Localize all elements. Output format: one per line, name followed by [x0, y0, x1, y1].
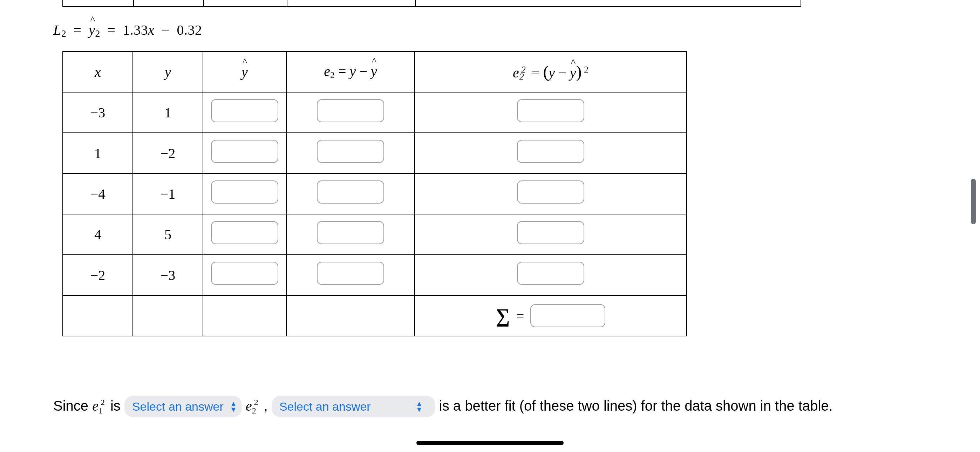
- table-row: 1 −2: [63, 133, 687, 173]
- eq-L-sub: 2: [61, 28, 67, 39]
- e2sq-input[interactable]: [517, 262, 584, 285]
- chevron-updown-icon: ▴▾: [231, 401, 235, 412]
- scrollbar[interactable]: [971, 179, 976, 224]
- eq-eq1: =: [70, 22, 85, 38]
- e2sq-input[interactable]: [517, 221, 584, 244]
- yhat-input[interactable]: [211, 99, 278, 122]
- text: ,: [264, 398, 272, 414]
- comparison-select[interactable]: Select an answer ▴▾: [124, 396, 242, 417]
- col-y: y: [165, 64, 171, 80]
- line-2-equation: L2 = y2 = 1.33x − 0.32: [53, 22, 202, 39]
- eq-L: L: [53, 22, 61, 38]
- sum-input[interactable]: [530, 304, 605, 327]
- eq-minus: −: [158, 22, 173, 38]
- cell-x: −2: [63, 255, 133, 295]
- yhat-input[interactable]: [211, 180, 278, 204]
- sum-row: ∑ =: [63, 295, 687, 336]
- yhat-input[interactable]: [211, 140, 278, 163]
- chevron-updown-icon: ▴▾: [417, 401, 421, 412]
- col-e2: e2 = y − y: [286, 51, 415, 92]
- cell-x: 1: [63, 133, 133, 173]
- eq-intercept: 0.32: [177, 22, 202, 38]
- table-row: −4 −1: [63, 173, 687, 214]
- e2-input[interactable]: [317, 221, 384, 244]
- better-fit-select[interactable]: Select an answer ▴▾: [272, 396, 435, 417]
- text: is: [110, 398, 124, 414]
- sigma-eq: =: [516, 308, 524, 324]
- cell-y: 1: [133, 92, 203, 133]
- e2sq-symbol: e22: [246, 398, 264, 414]
- e2sq-input[interactable]: [517, 99, 584, 122]
- previous-table-bottom-edge: [62, 0, 801, 7]
- eq-yhat: y: [89, 22, 95, 38]
- text: is a better fit (of these two lines) for…: [439, 398, 833, 414]
- table-row: −3 1: [63, 92, 687, 133]
- e2sq-input[interactable]: [517, 140, 584, 163]
- col-e2sq: e22 = (y − y) 2: [415, 51, 687, 92]
- home-indicator: [417, 441, 563, 445]
- conclusion-sentence: Since e21 is Select an answer ▴▾ e22 , S…: [53, 395, 894, 417]
- cell-y: −1: [133, 173, 203, 214]
- col-x: x: [95, 64, 101, 80]
- eq-eq2: =: [104, 22, 119, 38]
- cell-y: −2: [133, 133, 203, 173]
- e2sq-input[interactable]: [517, 180, 584, 204]
- cell-x: −4: [63, 173, 133, 214]
- e2-input[interactable]: [317, 262, 384, 285]
- eq-slope: 1.33: [123, 22, 148, 38]
- cell-y: −3: [133, 255, 203, 295]
- e2-input[interactable]: [317, 140, 384, 163]
- cell-x: −3: [63, 92, 133, 133]
- e2-input[interactable]: [317, 99, 384, 122]
- table-row: −2 −3: [63, 255, 687, 295]
- yhat-input[interactable]: [211, 221, 278, 244]
- e2-input[interactable]: [317, 180, 384, 204]
- cell-x: 4: [63, 214, 133, 255]
- residuals-table: x y y e2 = y − y e22 = (y − y) 2 −3 1 1 …: [62, 51, 687, 336]
- col-yhat: y: [242, 64, 248, 80]
- eq-yhat-sub: 2: [95, 28, 100, 39]
- table-header-row: x y y e2 = y − y e22 = (y − y) 2: [63, 51, 687, 92]
- e1sq-symbol: e21: [92, 398, 110, 414]
- eq-x: x: [148, 22, 154, 38]
- table-row: 4 5: [63, 214, 687, 255]
- yhat-input[interactable]: [211, 262, 278, 285]
- text: Since: [53, 398, 92, 414]
- cell-y: 5: [133, 214, 203, 255]
- sigma-icon: ∑: [496, 306, 510, 326]
